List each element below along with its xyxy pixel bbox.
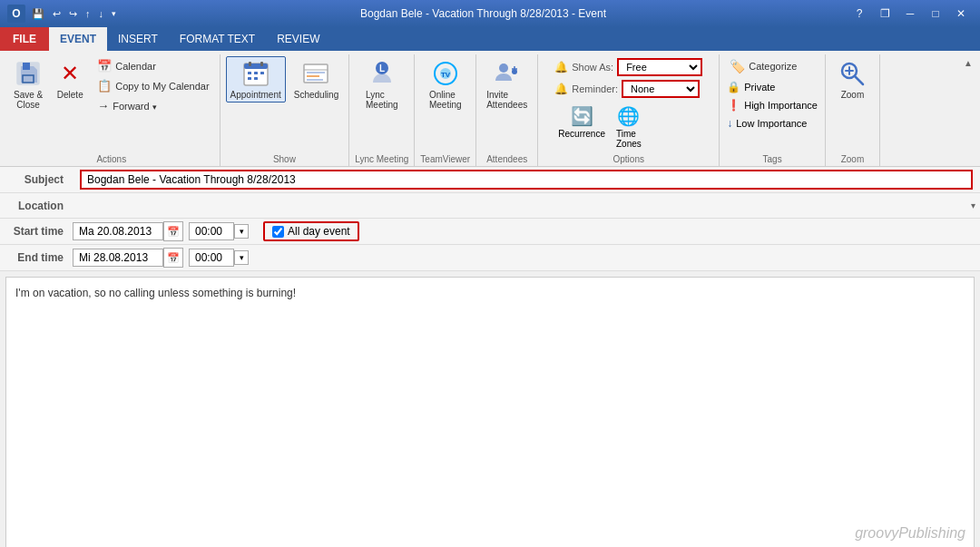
scheduling-button[interactable]: Scheduling xyxy=(289,56,343,103)
collapse-ribbon[interactable]: ▲ xyxy=(960,54,976,166)
location-dropdown[interactable]: ▾ xyxy=(965,199,980,213)
attendees-content: InviteAttendees xyxy=(482,56,532,152)
minimize-button[interactable]: ─ xyxy=(898,5,922,23)
svg-rect-6 xyxy=(260,62,263,66)
save-close-icon xyxy=(14,59,43,88)
lync-meeting-button[interactable]: L LyncMeeting xyxy=(361,56,403,112)
copy-forward-group: 📅 Calendar 📋 Copy to My Calendar → Forwa… xyxy=(93,56,213,115)
reminder-select[interactable]: None 0 minutes 5 minutes 15 minutes 30 m… xyxy=(622,80,700,98)
help-button[interactable]: ? xyxy=(848,5,871,23)
actions-group: Save &Close ✕ Delete 📅 Calendar 📋 Copy t… xyxy=(4,54,220,166)
zoom-button[interactable]: Zoom xyxy=(833,56,871,103)
end-time-label: End time xyxy=(0,251,73,264)
show-as-select[interactable]: Free Busy Tentative Out of Office xyxy=(617,58,702,76)
svg-rect-4 xyxy=(244,63,268,69)
high-importance-icon: ❗ xyxy=(727,99,740,112)
end-calendar-button[interactable]: 📅 xyxy=(163,248,183,268)
reminder-row: 🔔 Reminder: None 0 minutes 5 minutes 15 … xyxy=(554,80,702,98)
copy-icon: 📋 xyxy=(97,79,112,93)
copy-to-calendar-button[interactable]: 📅 Calendar xyxy=(93,56,213,75)
save-icon[interactable]: 💾 xyxy=(29,7,47,21)
file-tab[interactable]: FILE xyxy=(0,27,49,51)
show-group: Appointment Scheduling Show xyxy=(220,54,350,166)
end-date-input[interactable] xyxy=(73,249,163,267)
categories-icon: 🏷️ xyxy=(730,59,745,73)
scheduling-label: Scheduling xyxy=(294,90,338,100)
event-tab[interactable]: EVENT xyxy=(49,27,107,51)
teamviewer-label: TeamViewer xyxy=(420,152,470,166)
review-tab[interactable]: REVIEW xyxy=(266,27,330,51)
app-icon: O xyxy=(7,5,25,23)
svg-rect-9 xyxy=(260,72,264,74)
online-meeting-button[interactable]: TV OnlineMeeting xyxy=(425,56,466,112)
end-time-input[interactable] xyxy=(189,249,234,267)
show-label: Show xyxy=(226,152,344,166)
save-close-button[interactable]: Save &Close xyxy=(9,56,47,112)
location-input[interactable] xyxy=(73,196,965,216)
lock-icon: 🔒 xyxy=(727,81,740,93)
zoom-content: Zoom xyxy=(833,56,871,152)
up-icon[interactable]: ↑ xyxy=(83,7,93,20)
subject-label: Subject xyxy=(0,173,73,186)
high-importance-label: High Importance xyxy=(744,100,818,111)
copy-to-calendar-label: Calendar xyxy=(115,61,156,72)
time-zones-label: TimeZones xyxy=(616,129,642,149)
insert-tab[interactable]: INSERT xyxy=(107,27,169,51)
lync-content: L LyncMeeting xyxy=(361,56,403,152)
event-body[interactable]: I'm on vacation, so no calling unless so… xyxy=(5,277,975,547)
categorize-button[interactable]: 🏷️ Categorize xyxy=(725,56,819,76)
private-button[interactable]: 🔒 Private xyxy=(725,80,777,94)
time-zones-button[interactable]: 🌐 TimeZones xyxy=(612,103,645,151)
scheduling-icon xyxy=(301,59,330,88)
start-time-dropdown[interactable]: ▾ xyxy=(234,224,249,239)
high-importance-button[interactable]: ❗ High Importance xyxy=(725,98,819,112)
svg-rect-11 xyxy=(254,77,258,80)
undo-icon[interactable]: ↩ xyxy=(50,7,64,21)
end-datetime: 📅 ▾ xyxy=(73,245,249,270)
maximize-button[interactable]: □ xyxy=(924,5,947,23)
format-text-tab[interactable]: FORMAT TEXT xyxy=(169,27,266,51)
start-time-row: Start time 📅 ▾ All day event xyxy=(0,219,980,245)
location-label: Location xyxy=(0,200,73,212)
options-content: 🔔 Show As: Free Busy Tentative Out of Of… xyxy=(554,56,702,152)
zoom-group: Zoom Zoom xyxy=(826,54,880,166)
svg-point-22 xyxy=(499,63,508,73)
start-date-input[interactable] xyxy=(73,222,163,240)
start-calendar-button[interactable]: 📅 xyxy=(163,221,183,241)
lync-icon: L xyxy=(368,59,397,88)
show-group-content: Appointment Scheduling xyxy=(226,56,344,152)
restore-button[interactable]: ❐ xyxy=(873,5,897,23)
redo-icon[interactable]: ↪ xyxy=(66,7,80,21)
end-time-dropdown[interactable]: ▾ xyxy=(234,250,249,265)
svg-text:TV: TV xyxy=(441,71,451,79)
copy-my-calendar-button[interactable]: 📋 Copy to My Calendar xyxy=(93,76,213,95)
start-time-input[interactable] xyxy=(189,222,234,240)
zoom-label: Zoom xyxy=(841,90,865,100)
all-day-checkbox-container: All day event xyxy=(263,221,359,241)
all-day-label[interactable]: All day event xyxy=(288,225,350,238)
end-time-row: End time 📅 ▾ xyxy=(0,245,980,271)
appointment-label: Appointment xyxy=(230,90,281,100)
low-importance-button[interactable]: ↓ Low Importance xyxy=(725,116,808,131)
start-datetime: 📅 ▾ All day event xyxy=(73,219,359,244)
recurrence-button[interactable]: 🔄 Recurrence xyxy=(554,103,609,151)
invite-attendees-icon xyxy=(493,59,522,88)
appointment-button[interactable]: Appointment xyxy=(226,56,286,103)
svg-rect-1 xyxy=(23,63,30,70)
delete-button[interactable]: ✕ Delete xyxy=(51,56,89,103)
all-day-checkbox[interactable] xyxy=(272,226,284,238)
close-button[interactable]: ✕ xyxy=(949,5,973,23)
subject-input[interactable] xyxy=(80,170,973,190)
svg-rect-14 xyxy=(307,72,325,73)
ribbon: Save &Close ✕ Delete 📅 Calendar 📋 Copy t… xyxy=(0,51,980,167)
bell-icon: 🔔 xyxy=(554,83,568,95)
forward-button[interactable]: → Forward ▾ xyxy=(93,96,213,115)
recurrence-label: Recurrence xyxy=(558,129,605,139)
svg-rect-15 xyxy=(307,75,319,77)
down-icon[interactable]: ↓ xyxy=(96,7,107,20)
invite-attendees-button[interactable]: InviteAttendees xyxy=(482,56,532,112)
svg-rect-10 xyxy=(248,77,251,80)
online-meeting-label: OnlineMeeting xyxy=(429,90,462,110)
calendar-icon: 📅 xyxy=(97,59,112,73)
customize-qa-icon[interactable]: ▾ xyxy=(109,8,119,19)
